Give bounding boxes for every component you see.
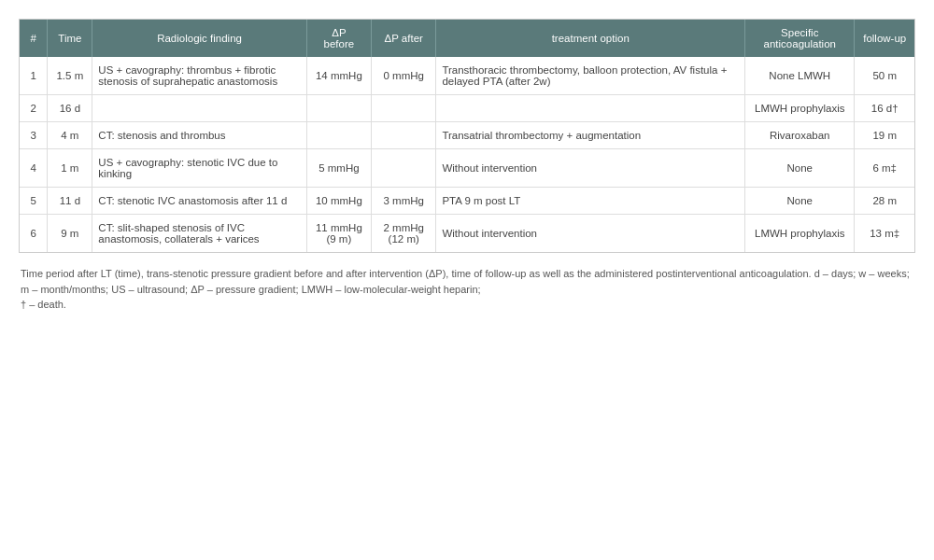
col-header-time: Time bbox=[48, 20, 92, 57]
table-cell: CT: slit-shaped stenosis of IVC anastomo… bbox=[92, 215, 306, 253]
table-cell: 10 mmHg bbox=[306, 188, 371, 215]
table-cell: Rivaroxaban bbox=[745, 122, 855, 149]
table-cell bbox=[436, 95, 745, 122]
col-header-dp-before: ΔPbefore bbox=[306, 20, 371, 57]
table-cell: None bbox=[745, 149, 855, 188]
footnote-death: † – death. bbox=[21, 299, 66, 310]
table-cell: 4 bbox=[20, 149, 48, 188]
table-cell: CT: stenosis and thrombus bbox=[92, 122, 306, 149]
table-cell bbox=[372, 95, 436, 122]
table-cell: 1 bbox=[20, 57, 48, 95]
table-row: 69 mCT: slit-shaped stenosis of IVC anas… bbox=[20, 215, 914, 253]
table-cell: 16 d bbox=[48, 95, 92, 122]
col-header-anticoag: Specific anticoagulation bbox=[745, 20, 855, 57]
col-header-treatment: treatment option bbox=[436, 20, 745, 57]
table-cell bbox=[306, 95, 371, 122]
table-cell: Transatrial thrombectomy + augmentation bbox=[436, 122, 745, 149]
table-row: 11.5 mUS + cavography: thrombus + fibrot… bbox=[20, 57, 914, 95]
table-cell: 9 m bbox=[48, 215, 92, 253]
table-header-row: # Time Radiologic finding ΔPbefore ΔP af… bbox=[20, 20, 914, 57]
main-table: # Time Radiologic finding ΔPbefore ΔP af… bbox=[20, 20, 914, 252]
table-wrapper: # Time Radiologic finding ΔPbefore ΔP af… bbox=[19, 19, 915, 253]
table-cell: PTA 9 m post LT bbox=[436, 188, 745, 215]
table-cell: Transthoracic thrombectomy, balloon prot… bbox=[436, 57, 745, 95]
table-cell: 11 mmHg (9 m) bbox=[306, 215, 371, 253]
table-cell: 14 mmHg bbox=[306, 57, 371, 95]
table-cell: 19 m bbox=[855, 122, 914, 149]
table-cell: 0 mmHg bbox=[372, 57, 436, 95]
table-cell: 50 m bbox=[855, 57, 914, 95]
table-cell: 11 d bbox=[48, 188, 92, 215]
table-cell: 5 mmHg bbox=[306, 149, 371, 188]
table-cell: 13 m‡ bbox=[855, 215, 914, 253]
table-cell: 3 mmHg bbox=[372, 188, 436, 215]
table-row: 41 mUS + cavography: stenotic IVC due to… bbox=[20, 149, 914, 188]
table-cell: 6 m‡ bbox=[855, 149, 914, 188]
table-cell: US + cavography: thrombus + fibrotic ste… bbox=[92, 57, 306, 95]
table-cell: 2 bbox=[20, 95, 48, 122]
table-cell: Without intervention bbox=[436, 149, 745, 188]
col-header-followup: follow-up bbox=[855, 20, 914, 57]
table-cell: 28 m bbox=[855, 188, 914, 215]
col-header-radiologic: Radiologic finding bbox=[92, 20, 306, 57]
table-cell bbox=[306, 122, 371, 149]
table-cell: 16 d† bbox=[855, 95, 914, 122]
table-cell: 4 m bbox=[48, 122, 92, 149]
footnote-text: Time period after LT (time), trans-steno… bbox=[21, 268, 910, 295]
footnote-section: Time period after LT (time), trans-steno… bbox=[19, 262, 915, 316]
table-cell: CT: stenotic IVC anastomosis after 11 d bbox=[92, 188, 306, 215]
table-cell: Without intervention bbox=[436, 215, 745, 253]
col-header-num: # bbox=[20, 20, 48, 57]
table-cell: LMWH prophylaxis bbox=[745, 95, 855, 122]
table-cell: LMWH prophylaxis bbox=[745, 215, 855, 253]
table-cell: None bbox=[745, 188, 855, 215]
table-cell: 6 bbox=[20, 215, 48, 253]
table-row: 34 mCT: stenosis and thrombusTransatrial… bbox=[20, 122, 914, 149]
table-cell bbox=[372, 122, 436, 149]
table-row: 511 dCT: stenotic IVC anastomosis after … bbox=[20, 188, 914, 215]
table-cell bbox=[92, 95, 306, 122]
table-cell: 1.5 m bbox=[48, 57, 92, 95]
table-cell: 3 bbox=[20, 122, 48, 149]
col-header-dp-after: ΔP after bbox=[372, 20, 436, 57]
table-row: 216 dLMWH prophylaxis16 d† bbox=[20, 95, 914, 122]
table-cell bbox=[372, 149, 436, 188]
table-cell: 1 m bbox=[48, 149, 92, 188]
table-cell: None LMWH bbox=[745, 57, 855, 95]
table-cell: 2 mmHg (12 m) bbox=[372, 215, 436, 253]
table-cell: 5 bbox=[20, 188, 48, 215]
table-cell: US + cavography: stenotic IVC due to kin… bbox=[92, 149, 306, 188]
